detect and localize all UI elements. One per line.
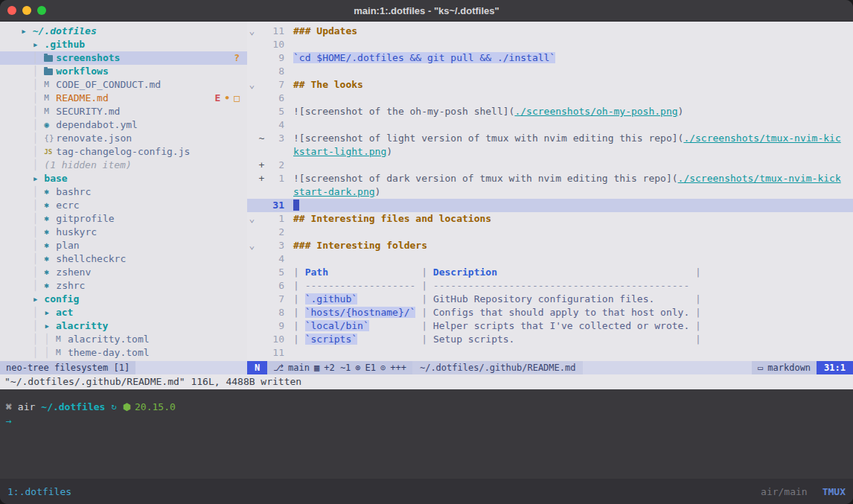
config-icon: ✱ xyxy=(44,279,56,293)
tmux-window-label[interactable]: 1:.dotfiles xyxy=(7,486,71,497)
tree-item-renovate-json[interactable]: │ {}renovate.json xyxy=(0,132,247,145)
tree-item-theme-day-toml[interactable]: │ │ Mtheme-day.toml xyxy=(0,346,247,360)
tree-item-huskyrc[interactable]: │ ✱huskyrc xyxy=(0,226,247,239)
tree-item-zshrc[interactable]: │ ✱zshrc xyxy=(0,279,247,293)
fold-icon[interactable]: ⌄ xyxy=(247,25,257,38)
line-number xyxy=(266,145,284,159)
tree-item-tag-changelog-config-js[interactable]: │ JStag-changelog-config.js xyxy=(0,145,247,159)
editor-line[interactable]: kstart-light.png) xyxy=(247,145,853,159)
branch-icon: ⎇ xyxy=(273,361,284,374)
tree-item-github[interactable]: ▸ .github xyxy=(0,38,247,51)
editor-line[interactable]: 6| ------------------- | ---------------… xyxy=(247,279,853,293)
tree-item-act[interactable]: │ ▸ act xyxy=(0,306,247,319)
text-segment: Path xyxy=(305,267,328,278)
neo-tree-pane: ▸ ~/.dotfiles ▸ .github │ screenshots? │… xyxy=(0,22,247,374)
editor-line[interactable]: 4 xyxy=(247,118,853,132)
line-text xyxy=(284,159,853,172)
expander-icon[interactable]: ▸ xyxy=(33,172,45,185)
tree-item-base[interactable]: ▸ base xyxy=(0,172,247,185)
toml-icon: M xyxy=(56,346,68,360)
tree-item-shellcheckrc[interactable]: │ ✱shellcheckrc xyxy=(0,252,247,266)
text-segment: ./screenshots/tmux-nvim-kic xyxy=(683,133,840,144)
tree-item-zshenv[interactable]: │ ✱zshenv xyxy=(0,266,247,279)
fold-icon[interactable]: ⌄ xyxy=(247,239,257,252)
text-segment xyxy=(357,334,415,345)
editor-line[interactable]: 10 xyxy=(247,38,853,51)
text-segment: kstart-light.png xyxy=(293,146,386,157)
fold-icon[interactable]: ⌄ xyxy=(247,78,257,92)
editor-line[interactable]: 5![screenshot of the oh-my-posh shell](.… xyxy=(247,105,853,118)
tree-item-config[interactable]: ▸ config xyxy=(0,293,247,306)
text-segment: ----------------------------------------… xyxy=(433,280,689,291)
git-sign xyxy=(257,346,266,360)
node-version-segment: ⬢ 20.15.0 xyxy=(123,400,176,414)
prompt-path: ~/.dotfiles xyxy=(41,400,105,414)
expander-icon[interactable]: ▸ xyxy=(21,25,33,38)
tree-item-gitprofile[interactable]: │ ✱gitprofile xyxy=(0,212,247,226)
text-segment: `local/bin` xyxy=(305,320,369,331)
close-button[interactable] xyxy=(7,6,16,15)
editor-line[interactable]: ~3![screenshot of light version of tmux … xyxy=(247,132,853,145)
tree-item-code-of-conduct-md[interactable]: │ MCODE_OF_CONDUCT.md xyxy=(0,78,247,92)
editor-line[interactable]: 9`cd $HOME/.dotfiles && git pull && ./in… xyxy=(247,51,853,65)
tree-item-bashrc[interactable]: │ ✱bashrc xyxy=(0,185,247,199)
fold-icon[interactable]: ⌄ xyxy=(247,212,257,226)
tree-item-plan[interactable]: │ ✱plan xyxy=(0,239,247,252)
tree-item-dotfiles[interactable]: ▸ ~/.dotfiles xyxy=(0,25,247,38)
tree-item-security-md[interactable]: │ MSECURITY.md xyxy=(0,105,247,118)
status-badge: ? xyxy=(234,51,240,65)
expander-icon[interactable]: ▸ xyxy=(33,293,45,306)
text-segment: ## The looks xyxy=(293,79,363,90)
text-segment: | xyxy=(689,267,701,278)
editor-line[interactable]: 7| `.github` | GitHub Repository configu… xyxy=(247,293,853,306)
text-segment: start-dark.png xyxy=(293,186,375,197)
tree-item-workflows[interactable]: │ workflows xyxy=(0,65,247,78)
text-segment: ![screenshot of light version of tmux wi… xyxy=(293,133,683,144)
minimize-button[interactable] xyxy=(22,6,31,15)
editor-line[interactable]: 4 xyxy=(247,252,853,266)
editor-line[interactable]: ⌄7## The looks xyxy=(247,78,853,92)
zoom-button[interactable] xyxy=(37,6,46,15)
tree-item-alacritty-toml[interactable]: │ │ Malacritty.toml xyxy=(0,333,247,346)
expander-icon[interactable]: ▸ xyxy=(33,38,45,51)
editor-line[interactable]: 5| Path | Description | xyxy=(247,266,853,279)
editor-line[interactable]: 31 xyxy=(247,199,853,212)
expander-icon[interactable]: ▸ xyxy=(44,319,56,333)
tree-guide: │ xyxy=(21,105,44,118)
editor-line[interactable]: 8 xyxy=(247,65,853,78)
nvim-area: ▸ ~/.dotfiles ▸ .github │ screenshots? │… xyxy=(0,22,853,374)
terminal-shell[interactable]: ⌘ air ~/.dotfiles ↻ ⬢ 20.15.0 → xyxy=(0,389,853,479)
text-segment: Configs that should apply to that host o… xyxy=(433,307,689,318)
editor-line[interactable]: 8| `hosts/{hostname}/` | Configs that sh… xyxy=(247,306,853,319)
text-segment: | xyxy=(293,267,305,278)
git-sign xyxy=(257,199,266,212)
git-sign xyxy=(257,92,266,105)
tree-item-alacritty[interactable]: │ ▸ alacritty xyxy=(0,319,247,333)
line-text: | ------------------- | ----------------… xyxy=(284,279,853,293)
editor-lines[interactable]: ⌄11### Updates109`cd $HOME/.dotfiles && … xyxy=(247,22,853,361)
editor-line[interactable]: 6 xyxy=(247,92,853,105)
editor-line[interactable]: ⌄1## Interesting files and locations xyxy=(247,212,853,226)
editor-line[interactable]: 10| `scripts` | Setup scripts. | xyxy=(247,333,853,346)
editor-line[interactable]: ⌄11### Updates xyxy=(247,25,853,38)
editor-line[interactable]: 2 xyxy=(247,226,853,239)
git-sign xyxy=(257,293,266,306)
editor-line[interactable]: ⌄3### Interesting folders xyxy=(247,239,853,252)
text-segment: ) xyxy=(386,146,392,157)
text-segment xyxy=(514,334,689,345)
editor-line[interactable]: 9| `local/bin` | Helper scripts that I'v… xyxy=(247,319,853,333)
editor-line[interactable]: 11 xyxy=(247,346,853,360)
editor-line[interactable]: start-dark.png) xyxy=(247,185,853,199)
expander-icon[interactable]: ▸ xyxy=(44,306,56,319)
tree-item-1-hidden-item[interactable]: │ (1 hidden item) xyxy=(0,159,247,172)
line-text: | Path | Description | xyxy=(284,266,853,279)
fold-icon xyxy=(247,199,257,212)
tree-item-label: act xyxy=(56,306,73,319)
tree-item-ecrc[interactable]: │ ✱ecrc xyxy=(0,199,247,212)
tree-item-screenshots[interactable]: │ screenshots? xyxy=(0,51,247,65)
editor-line[interactable]: +1![screenshot of dark version of tmux w… xyxy=(247,172,853,185)
editor-line[interactable]: +2 xyxy=(247,159,853,172)
tree-item-readme-md[interactable]: │ MREADME.mdE•□ xyxy=(0,92,247,105)
line-number: 7 xyxy=(266,293,284,306)
tree-item-dependabot-yml[interactable]: │ ◉dependabot.yml xyxy=(0,118,247,132)
